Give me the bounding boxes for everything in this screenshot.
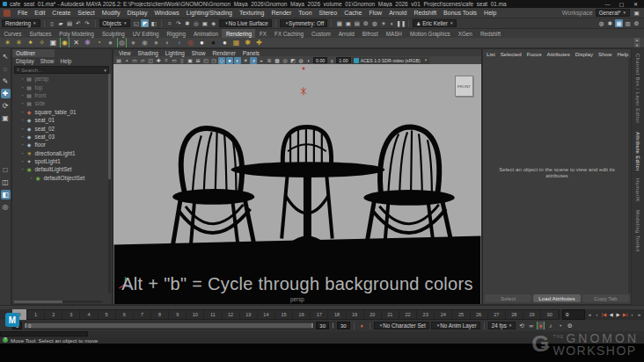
safe-title-icon[interactable]: ◳ [210, 57, 217, 64]
menu-item[interactable]: Select [74, 10, 98, 16]
outliner-item[interactable]: ▪ ◆ floor [12, 141, 112, 148]
shader-shell-icon[interactable]: ◔ [94, 38, 104, 47]
frame-tick[interactable]: 25 [452, 310, 470, 319]
shelf-tab[interactable]: Motion Graphics [406, 29, 454, 38]
toon-shader-icon[interactable]: ◑ [174, 38, 184, 47]
frame-tick[interactable]: 11 [204, 310, 222, 319]
lasso-select-tool[interactable]: ◌ [1, 64, 11, 74]
area-light-icon[interactable]: ▣ [48, 38, 58, 47]
range-end-spin-field[interactable]: 30 [316, 322, 329, 329]
character-set-select[interactable]: ▼No Character Set [374, 322, 429, 329]
shelf-tab[interactable]: FX [255, 29, 270, 38]
outliner-horizontal-scrollbar[interactable] [14, 300, 102, 303]
outliner-item[interactable]: ▪ ✳ directionalLight1 [12, 149, 112, 157]
directional-light-locator[interactable] [302, 67, 304, 69]
shelf-scroll-down-icon[interactable]: ▾ [634, 43, 640, 47]
expand-toggle-icon[interactable]: ▪ [22, 134, 24, 139]
lock-workspace-icon[interactable]: ▣ [633, 9, 640, 17]
render-setup-icon[interactable]: ◍ [597, 19, 605, 27]
shelf-tab[interactable]: UV Editing [128, 29, 163, 38]
motion-blur-icon[interactable]: ≋ [266, 57, 273, 64]
frame-tick[interactable]: 15 [275, 310, 293, 319]
search-input[interactable] [21, 68, 102, 73]
multisample-icon[interactable]: ▩ [274, 57, 281, 64]
menu-item[interactable]: Display [123, 10, 150, 16]
make-live-icon[interactable]: ◈ [209, 19, 217, 27]
shelf-tab[interactable]: Curves [0, 29, 26, 38]
play-forwards-icon[interactable]: ▶ [615, 311, 621, 319]
frame-tick[interactable]: 9 [169, 310, 187, 319]
workspace-select[interactable]: General*▼ [596, 9, 630, 17]
anisotropic-icon[interactable]: ◐ [163, 38, 172, 47]
expand-toggle-icon[interactable]: ▪ [22, 76, 24, 81]
snap-grid-icon[interactable]: ⌗ [165, 19, 173, 27]
save-scene-icon[interactable]: ▤ [66, 19, 74, 27]
frame-tick[interactable]: 30 [541, 310, 559, 319]
shelf-tab[interactable]: Bifrost [358, 29, 382, 38]
go-to-end-icon[interactable]: » [636, 311, 642, 319]
select-camera-icon[interactable]: ▤ [115, 57, 122, 64]
use-all-lights-icon[interactable]: ☀ [242, 57, 249, 64]
undo-icon[interactable]: ↶ [75, 19, 83, 27]
attribute-editor-menu-item[interactable]: Selected [501, 51, 522, 57]
set-key-icon[interactable]: ♦ [358, 322, 366, 329]
render-settings-icon[interactable]: ⚙ [362, 19, 370, 27]
ui-toggle-icon[interactable]: ✱ [606, 19, 614, 27]
user-account-select[interactable]: ♟ Eric Keller ▼ [413, 19, 457, 27]
frame-tick[interactable]: 14 [258, 310, 275, 319]
sidebar-tab[interactable]: Attribute Editor [635, 132, 640, 171]
expand-toggle-icon[interactable]: ▪ [31, 176, 33, 180]
frame-tick[interactable]: 20 [364, 310, 382, 319]
range-end-field[interactable]: 30 [337, 322, 350, 329]
phong-icon[interactable]: ● [151, 38, 161, 47]
shelf-tab[interactable]: Surfaces [26, 29, 55, 38]
viewport-menu-item[interactable]: Show [192, 50, 206, 56]
outliner-item[interactable]: ▪ ▤ front [12, 91, 112, 99]
outliner-item[interactable]: ▪ ✦ spotLight1 [12, 157, 112, 165]
menu-item[interactable]: Stereo [316, 10, 341, 16]
frame-tick[interactable]: 4 [80, 310, 98, 319]
sidebar-tab[interactable]: Modeling Toolkit [635, 210, 640, 252]
dof-icon[interactable]: ◎ [282, 57, 289, 64]
playback-loop-icon[interactable]: ⟲ [517, 322, 525, 329]
ambient-light-icon[interactable]: ☀ [3, 38, 12, 47]
selection-mask-select[interactable]: Objects▼ [99, 19, 131, 27]
fps-select[interactable]: 24 fps▼ [488, 322, 516, 329]
new-scene-icon[interactable]: ▯ [48, 19, 56, 27]
move-tool[interactable]: ✚ [1, 89, 11, 98]
outliner-item[interactable]: ▪ ▤ persp [12, 75, 112, 83]
outliner-item[interactable]: ▪ ◆ seat_03 [12, 133, 112, 141]
step-forward-frame-icon[interactable]: › [629, 311, 635, 319]
ipr-render-icon[interactable]: ▤ [353, 19, 361, 27]
frame-tick[interactable]: 5 [99, 310, 116, 319]
grid-icon[interactable]: ⌗ [163, 57, 170, 64]
resolution-gate-icon[interactable]: ▯ [179, 57, 186, 64]
ambient-occlusion-icon[interactable]: ◒ [258, 57, 265, 64]
2d-pan-zoom-icon[interactable]: ✚ [155, 57, 162, 64]
outliner-item[interactable]: ▪ ◆ seat_01 [12, 116, 112, 124]
gamma-field[interactable]: 1.00 [336, 57, 350, 63]
layout-persp-outliner[interactable]: ◧ [1, 190, 11, 199]
symmetry-select[interactable]: ▼Symmetry: Off [280, 19, 328, 27]
pane-layout-icon[interactable]: ▦ [615, 19, 623, 27]
select-tool[interactable]: ↖ [1, 52, 11, 62]
gray-swatch-icon[interactable]: ● [220, 38, 230, 47]
open-scene-icon[interactable]: ▰ [57, 19, 65, 27]
uv-texture-icon[interactable]: ▦ [231, 38, 241, 47]
volume-light-icon[interactable]: ◉ [60, 38, 70, 47]
live-surface-select[interactable]: ▼No Live Surface [219, 19, 271, 27]
snap-view-plane-icon[interactable]: ▣ [201, 19, 209, 27]
shelf-tab[interactable]: XGen [454, 29, 476, 38]
wireframe-icon[interactable]: ◇ [218, 57, 225, 64]
viewport-menu-item[interactable]: Lighting [165, 50, 185, 56]
smooth-shade-icon[interactable]: ● [226, 57, 233, 64]
attribute-editor-menu-item[interactable]: Help [618, 51, 629, 57]
anim-layer-select[interactable]: ▼No Anim Layer [431, 322, 480, 329]
rotate-tool[interactable]: ⟳ [1, 101, 11, 111]
attribute-editor-button[interactable]: Load Attributes [533, 294, 580, 302]
sidebar-tab[interactable]: HumanIK [635, 178, 640, 202]
shelf-tab[interactable]: Custom [307, 29, 334, 38]
viewport-menu-item[interactable]: Shading [138, 50, 158, 56]
open-render-view-icon[interactable]: ▦ [335, 19, 343, 27]
gate-mask-icon[interactable]: ▣ [187, 57, 194, 64]
